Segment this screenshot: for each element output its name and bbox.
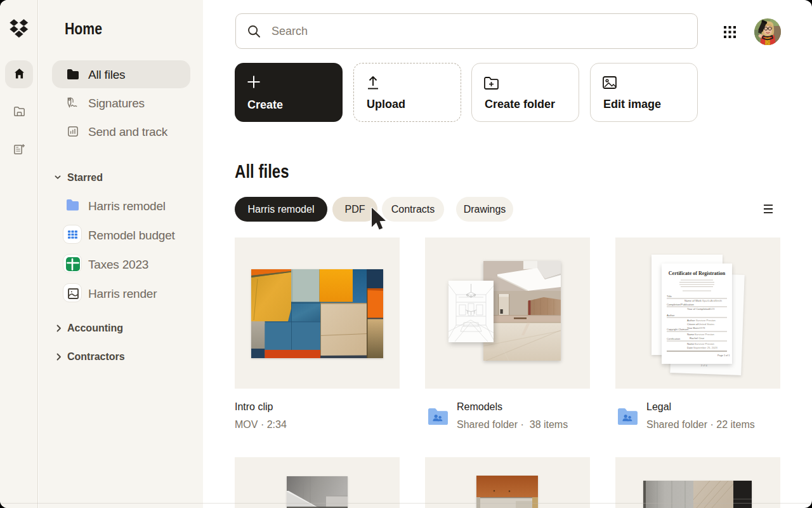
svg-text:United States: United States [698, 323, 714, 326]
svg-text:2023: 2023 [709, 307, 715, 311]
svg-text:September 25, 2023: September 25, 2023 [693, 346, 718, 349]
svg-text:Date:: Date: [687, 346, 693, 349]
svg-text:SparksAndSmith: SparksAndSmith [702, 299, 723, 302]
svg-text:Year of Completion:: Year of Completion: [687, 307, 710, 311]
svg-text:1978: 1978 [699, 326, 705, 330]
svg-text:Survivor Preston: Survivor Preston [695, 342, 715, 345]
svg-text:Title: Title [667, 295, 672, 298]
svg-text:Name:: Name: [687, 342, 695, 345]
svg-text:Page 1 of 1: Page 1 of 1 [717, 354, 730, 357]
svg-text:Certificate of Registration: Certificate of Registration [669, 271, 726, 276]
svg-text:Citizen of:: Citizen of: [687, 323, 699, 326]
svg-text:Survivor Preston: Survivor Preston [696, 319, 716, 322]
svg-text:Name:: Name: [687, 333, 695, 336]
svg-text:Name of Work:: Name of Work: [684, 299, 702, 302]
svg-text:Author: Author [667, 314, 675, 317]
svg-text:Survivor Preston: Survivor Preston [695, 333, 715, 336]
svg-text:Rachel Cruz: Rachel Cruz [690, 337, 704, 340]
svg-text:Year Born:: Year Born: [687, 326, 700, 330]
svg-text:Copyright Claimant: Copyright Claimant [667, 328, 689, 331]
svg-text:Author:: Author: [687, 319, 696, 322]
svg-text:Certification: Certification [667, 337, 680, 340]
svg-text:Completion/Publication: Completion/Publication [667, 303, 695, 306]
